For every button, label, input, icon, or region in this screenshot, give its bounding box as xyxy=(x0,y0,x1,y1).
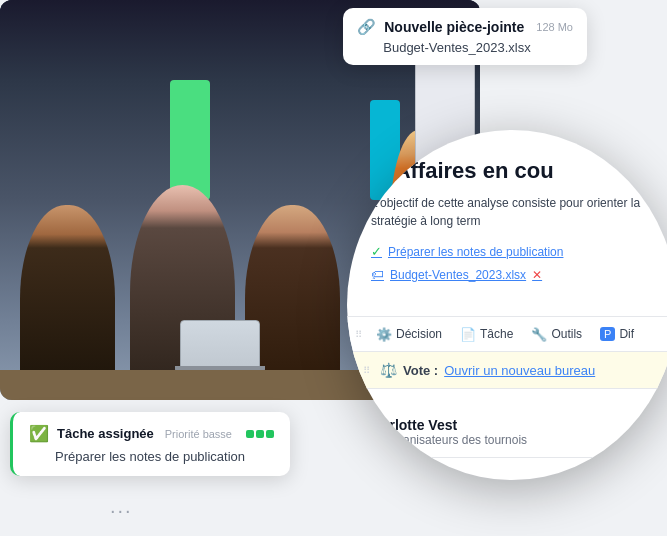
vote-icon: ⚖️ xyxy=(380,362,397,378)
tab-decision-label: Décision xyxy=(396,327,442,341)
close-attachment-icon[interactable]: ✕ xyxy=(532,268,542,282)
document-circle: 5. Affaires en cou L'objectif de cette a… xyxy=(347,130,667,480)
task-title: Tâche assignée xyxy=(57,426,157,441)
person-drag-handle: ⠿ xyxy=(363,404,370,415)
check-circle-icon: ✓ xyxy=(371,244,382,259)
task-header: ✅ Tâche assignée Priorité basse xyxy=(29,424,274,443)
laptop xyxy=(180,320,260,370)
tab-decision[interactable]: ⚙️ Décision xyxy=(368,323,450,346)
circle-inner: 5. Affaires en cou L'objectif de cette a… xyxy=(347,130,667,480)
vote-label: Vote : xyxy=(403,363,438,378)
doc-link-text[interactable]: Préparer les notes de publication xyxy=(388,245,563,259)
doc-attachment-row[interactable]: 🏷 Budget-Ventes_2023.xlsx ✕ xyxy=(371,267,653,282)
person-name: Charlotte Vest xyxy=(363,417,661,433)
tab-dif[interactable]: P Dif xyxy=(592,323,642,345)
person-row: ⠿ Charlotte Vest Les organisateurs des t… xyxy=(347,389,667,458)
tab-outils-label: Outils xyxy=(551,327,582,341)
priority-dot-1 xyxy=(246,430,254,438)
task-check-icon: ✅ xyxy=(29,424,49,443)
doc-description: L'objectif de cette analyse consiste pou… xyxy=(371,194,653,230)
priority-dot-2 xyxy=(256,430,264,438)
task-priority: Priorité basse xyxy=(165,428,232,440)
dif-icon: P xyxy=(600,327,615,341)
task-card: ✅ Tâche assignée Priorité basse Préparer… xyxy=(10,412,290,476)
decision-icon: ⚙️ xyxy=(376,327,392,342)
tab-tache[interactable]: 📄 Tâche xyxy=(452,323,521,346)
notification-size: 128 Mo xyxy=(536,21,573,33)
tab-tache-label: Tâche xyxy=(480,327,513,341)
green-panel xyxy=(170,80,210,200)
vote-drag-handle: ⠿ xyxy=(363,365,370,376)
notification-header: 🔗 Nouvelle pièce-jointe 128 Mo xyxy=(357,18,573,36)
tache-icon: 📄 xyxy=(460,327,476,342)
person-role: Les organisateurs des tournois xyxy=(363,433,661,447)
dots-indicator: ... xyxy=(110,495,133,518)
tabs-bar: ⠿ ⚙️ Décision 📄 Tâche 🔧 Outils P Dif xyxy=(347,316,667,352)
outils-icon: 🔧 xyxy=(531,327,547,342)
attachment-icon: 🔗 xyxy=(357,18,376,36)
drag-handle: ⠿ xyxy=(355,329,362,340)
priority-indicator xyxy=(246,430,274,438)
vote-link[interactable]: Ouvrir un nouveau bureau xyxy=(444,363,595,378)
doc-attachment-filename[interactable]: Budget-Ventes_2023.xlsx xyxy=(390,268,526,282)
tab-outils[interactable]: 🔧 Outils xyxy=(523,323,590,346)
notification-title: Nouvelle pièce-jointe xyxy=(384,19,524,35)
notification-card: 🔗 Nouvelle pièce-jointe 128 Mo Budget-Ve… xyxy=(343,8,587,65)
tab-dif-label: Dif xyxy=(619,327,634,341)
doc-link-row[interactable]: ✓ Préparer les notes de publication xyxy=(371,244,653,259)
vote-section: ⠿ ⚖️ Vote : Ouvrir un nouveau bureau xyxy=(347,352,667,389)
task-description: Préparer les notes de publication xyxy=(55,449,274,464)
priority-dot-3 xyxy=(266,430,274,438)
tag-icon: 🏷 xyxy=(371,267,384,282)
notification-filename: Budget-Ventes_2023.xlsx xyxy=(383,40,573,55)
